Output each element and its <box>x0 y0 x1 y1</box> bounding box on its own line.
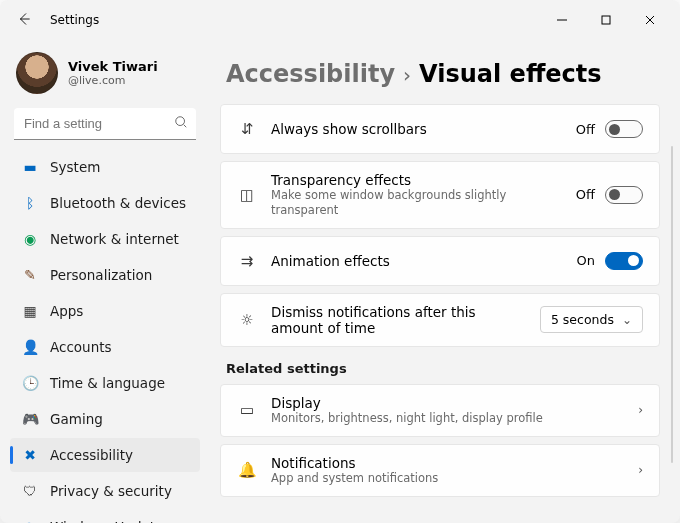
sidebar-item-label: Personalization <box>50 267 152 283</box>
breadcrumb-parent[interactable]: Accessibility <box>226 60 395 88</box>
search-icon <box>174 115 188 132</box>
apps-icon: ▦ <box>22 303 38 319</box>
sidebar-item-personalization[interactable]: ✎Personalization <box>10 258 200 292</box>
user-name: Vivek Tiwari <box>68 59 158 74</box>
shield-icon: 🛡 <box>22 483 38 499</box>
svg-rect-0 <box>602 16 610 24</box>
setting-title: Dismiss notifications after this amount … <box>271 304 526 336</box>
accessibility-icon: ✖ <box>22 447 38 463</box>
sidebar-item-update[interactable]: ⟳Windows Update <box>10 510 200 523</box>
setting-subtitle: Make some window backgrounds slightly tr… <box>271 188 562 218</box>
animation-toggle[interactable] <box>605 252 643 270</box>
search-container <box>14 108 196 140</box>
sidebar-item-label: System <box>50 159 100 175</box>
related-title: Display <box>271 395 624 411</box>
setting-dismiss-notifications: ☼ Dismiss notifications after this amoun… <box>220 293 660 347</box>
sidebar-item-label: Windows Update <box>50 519 163 523</box>
close-button[interactable] <box>628 5 672 35</box>
settings-window: Settings Vivek Tiwari @live.com ▬System <box>0 0 680 523</box>
gamepad-icon: 🎮 <box>22 411 38 427</box>
sidebar-item-privacy[interactable]: 🛡Privacy & security <box>10 474 200 508</box>
sidebar-item-system[interactable]: ▬System <box>10 150 200 184</box>
transparency-toggle[interactable] <box>605 186 643 204</box>
wifi-icon: ◉ <box>22 231 38 247</box>
clock-icon: 🕒 <box>22 375 38 391</box>
search-input[interactable] <box>14 108 196 140</box>
brightness-icon: ☼ <box>237 311 257 329</box>
toggle-label: On <box>577 253 595 268</box>
chevron-right-icon: › <box>638 463 643 477</box>
user-card[interactable]: Vivek Tiwari @live.com <box>6 46 204 108</box>
sidebar-item-label: Accounts <box>50 339 112 355</box>
user-email: @live.com <box>68 74 158 87</box>
sidebar-item-bluetooth[interactable]: ᛒBluetooth & devices <box>10 186 200 220</box>
sidebar-item-label: Apps <box>50 303 83 319</box>
related-notifications[interactable]: 🔔 Notifications App and system notificat… <box>220 444 660 497</box>
setting-scrollbars: ⇵ Always show scrollbars Off <box>220 104 660 154</box>
sidebar-item-label: Time & language <box>50 375 165 391</box>
sidebar-item-network[interactable]: ◉Network & internet <box>10 222 200 256</box>
nav: ▬System ᛒBluetooth & devices ◉Network & … <box>6 150 204 523</box>
sidebar-item-label: Accessibility <box>50 447 133 463</box>
related-display[interactable]: ▭ Display Monitors, brightness, night li… <box>220 384 660 437</box>
avatar <box>16 52 58 94</box>
setting-title: Always show scrollbars <box>271 121 562 137</box>
chevron-right-icon: › <box>403 63 411 87</box>
breadcrumb: Accessibility › Visual effects <box>220 60 660 88</box>
brush-icon: ✎ <box>22 267 38 283</box>
scrollbars-toggle[interactable] <box>605 120 643 138</box>
svg-point-1 <box>176 117 185 126</box>
bluetooth-icon: ᛒ <box>22 195 38 211</box>
content-area: Accessibility › Visual effects ⇵ Always … <box>210 40 680 523</box>
transparency-icon: ◫ <box>237 186 257 204</box>
sidebar-item-gaming[interactable]: 🎮Gaming <box>10 402 200 436</box>
minimize-button[interactable] <box>540 5 584 35</box>
user-icon: 👤 <box>22 339 38 355</box>
back-button[interactable] <box>14 12 34 29</box>
sidebar-item-apps[interactable]: ▦Apps <box>10 294 200 328</box>
page-title: Visual effects <box>419 60 602 88</box>
system-icon: ▬ <box>22 159 38 175</box>
setting-title: Animation effects <box>271 253 563 269</box>
titlebar: Settings <box>0 0 680 40</box>
update-icon: ⟳ <box>22 519 38 523</box>
sidebar-item-accessibility[interactable]: ✖Accessibility <box>10 438 200 472</box>
toggle-label: Off <box>576 187 595 202</box>
dismiss-dropdown[interactable]: 5 seconds ⌄ <box>540 306 643 333</box>
sidebar: Vivek Tiwari @live.com ▬System ᛒBluetoot… <box>0 40 210 523</box>
related-subtitle: App and system notifications <box>271 471 624 486</box>
scrollbar-icon: ⇵ <box>237 120 257 138</box>
sidebar-item-label: Network & internet <box>50 231 179 247</box>
display-icon: ▭ <box>237 401 257 419</box>
sidebar-item-label: Privacy & security <box>50 483 172 499</box>
animation-icon: ⇉ <box>237 252 257 270</box>
sidebar-item-label: Gaming <box>50 411 103 427</box>
setting-title: Transparency effects <box>271 172 562 188</box>
chevron-down-icon: ⌄ <box>622 313 632 327</box>
related-subtitle: Monitors, brightness, night light, displ… <box>271 411 624 426</box>
related-title: Notifications <box>271 455 624 471</box>
toggle-label: Off <box>576 122 595 137</box>
bell-icon: 🔔 <box>237 461 257 479</box>
sidebar-item-label: Bluetooth & devices <box>50 195 186 211</box>
setting-transparency: ◫ Transparency effects Make some window … <box>220 161 660 229</box>
sidebar-item-accounts[interactable]: 👤Accounts <box>10 330 200 364</box>
dropdown-value: 5 seconds <box>551 312 614 327</box>
maximize-button[interactable] <box>584 5 628 35</box>
setting-animation: ⇉ Animation effects On <box>220 236 660 286</box>
sidebar-item-time[interactable]: 🕒Time & language <box>10 366 200 400</box>
chevron-right-icon: › <box>638 403 643 417</box>
window-title: Settings <box>50 13 99 27</box>
related-heading: Related settings <box>226 361 660 376</box>
scrollbar[interactable] <box>671 146 673 463</box>
